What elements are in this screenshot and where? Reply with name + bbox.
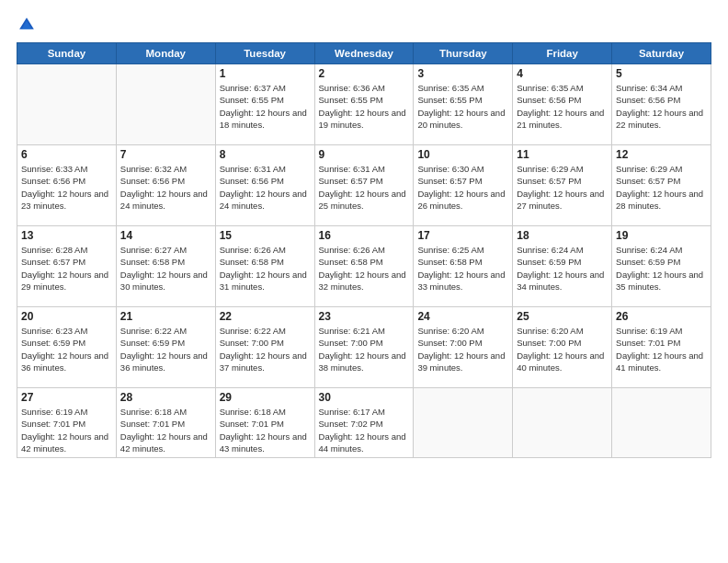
day-number: 15 — [220, 229, 311, 242]
day-cell-6: 6Sunrise: 6:33 AM Sunset: 6:56 PM Daylig… — [17, 145, 117, 226]
day-info: Sunrise: 6:20 AM Sunset: 7:00 PM Dayligh… — [517, 325, 608, 373]
day-cell-9: 9Sunrise: 6:31 AM Sunset: 6:57 PM Daylig… — [314, 145, 414, 226]
day-number: 24 — [417, 310, 508, 323]
day-number: 8 — [220, 148, 311, 161]
day-cell-14: 14Sunrise: 6:27 AM Sunset: 6:58 PM Dayli… — [116, 226, 215, 307]
weekday-header-tuesday: Tuesday — [215, 43, 314, 64]
day-number: 7 — [120, 148, 211, 161]
day-number: 19 — [616, 229, 707, 242]
day-cell-28: 28Sunrise: 6:18 AM Sunset: 7:01 PM Dayli… — [116, 388, 215, 458]
day-cell-16: 16Sunrise: 6:26 AM Sunset: 6:58 PM Dayli… — [314, 226, 414, 307]
day-number: 20 — [21, 310, 112, 323]
day-number: 22 — [220, 310, 311, 323]
day-cell-empty-4-6 — [612, 388, 711, 458]
day-info: Sunrise: 6:22 AM Sunset: 7:00 PM Dayligh… — [220, 325, 311, 373]
day-info: Sunrise: 6:31 AM Sunset: 6:56 PM Dayligh… — [220, 163, 311, 212]
day-info: Sunrise: 6:26 AM Sunset: 6:58 PM Dayligh… — [220, 244, 311, 293]
week-row-2: 6Sunrise: 6:33 AM Sunset: 6:56 PM Daylig… — [17, 145, 711, 226]
day-info: Sunrise: 6:28 AM Sunset: 6:57 PM Dayligh… — [21, 244, 112, 293]
day-info: Sunrise: 6:21 AM Sunset: 7:00 PM Dayligh… — [319, 325, 410, 373]
day-number: 26 — [616, 310, 707, 323]
weekday-header-friday: Friday — [513, 43, 612, 64]
weekday-header-saturday: Saturday — [612, 43, 711, 64]
day-number: 18 — [517, 229, 608, 242]
page: SundayMondayTuesdayWednesdayThursdayFrid… — [0, 0, 728, 563]
day-info: Sunrise: 6:18 AM Sunset: 7:01 PM Dayligh… — [220, 406, 311, 454]
day-cell-21: 21Sunrise: 6:22 AM Sunset: 6:59 PM Dayli… — [116, 307, 215, 388]
day-info: Sunrise: 6:24 AM Sunset: 6:59 PM Dayligh… — [616, 244, 707, 293]
day-cell-3: 3Sunrise: 6:35 AM Sunset: 6:55 PM Daylig… — [414, 64, 513, 145]
day-number: 4 — [517, 67, 608, 80]
day-cell-1: 1Sunrise: 6:37 AM Sunset: 6:55 PM Daylig… — [215, 64, 314, 145]
day-number: 27 — [21, 391, 112, 404]
day-cell-15: 15Sunrise: 6:26 AM Sunset: 6:58 PM Dayli… — [215, 226, 314, 307]
day-number: 9 — [319, 148, 410, 161]
day-cell-11: 11Sunrise: 6:29 AM Sunset: 6:57 PM Dayli… — [513, 145, 612, 226]
day-cell-4: 4Sunrise: 6:35 AM Sunset: 6:56 PM Daylig… — [513, 64, 612, 145]
logo-icon — [17, 15, 37, 35]
day-cell-23: 23Sunrise: 6:21 AM Sunset: 7:00 PM Dayli… — [314, 307, 414, 388]
day-number: 28 — [120, 391, 211, 404]
day-info: Sunrise: 6:29 AM Sunset: 6:57 PM Dayligh… — [616, 163, 707, 212]
calendar-table: SundayMondayTuesdayWednesdayThursdayFrid… — [17, 42, 711, 458]
day-info: Sunrise: 6:35 AM Sunset: 6:55 PM Dayligh… — [417, 82, 508, 131]
week-row-4: 20Sunrise: 6:23 AM Sunset: 6:59 PM Dayli… — [17, 307, 711, 388]
weekday-header-row: SundayMondayTuesdayWednesdayThursdayFrid… — [17, 43, 711, 64]
day-number: 29 — [220, 391, 311, 404]
day-number: 14 — [120, 229, 211, 242]
day-info: Sunrise: 6:33 AM Sunset: 6:56 PM Dayligh… — [21, 163, 112, 212]
day-number: 1 — [220, 67, 311, 80]
logo — [17, 15, 40, 35]
week-row-1: 1Sunrise: 6:37 AM Sunset: 6:55 PM Daylig… — [17, 64, 711, 145]
weekday-header-wednesday: Wednesday — [314, 43, 414, 64]
day-cell-13: 13Sunrise: 6:28 AM Sunset: 6:57 PM Dayli… — [17, 226, 117, 307]
day-info: Sunrise: 6:32 AM Sunset: 6:56 PM Dayligh… — [120, 163, 211, 212]
day-info: Sunrise: 6:19 AM Sunset: 7:01 PM Dayligh… — [616, 325, 707, 373]
day-number: 5 — [616, 67, 707, 80]
day-number: 21 — [120, 310, 211, 323]
day-number: 6 — [21, 148, 112, 161]
day-info: Sunrise: 6:31 AM Sunset: 6:57 PM Dayligh… — [319, 163, 410, 212]
weekday-header-thursday: Thursday — [414, 43, 513, 64]
day-info: Sunrise: 6:17 AM Sunset: 7:02 PM Dayligh… — [319, 406, 410, 454]
day-cell-2: 2Sunrise: 6:36 AM Sunset: 6:55 PM Daylig… — [314, 64, 414, 145]
day-info: Sunrise: 6:23 AM Sunset: 6:59 PM Dayligh… — [21, 325, 112, 373]
day-info: Sunrise: 6:35 AM Sunset: 6:56 PM Dayligh… — [517, 82, 608, 131]
day-cell-7: 7Sunrise: 6:32 AM Sunset: 6:56 PM Daylig… — [116, 145, 215, 226]
week-row-3: 13Sunrise: 6:28 AM Sunset: 6:57 PM Dayli… — [17, 226, 711, 307]
day-info: Sunrise: 6:29 AM Sunset: 6:57 PM Dayligh… — [517, 163, 608, 212]
day-info: Sunrise: 6:25 AM Sunset: 6:58 PM Dayligh… — [417, 244, 508, 293]
day-number: 30 — [319, 391, 410, 404]
day-number: 10 — [417, 148, 508, 161]
day-info: Sunrise: 6:20 AM Sunset: 7:00 PM Dayligh… — [417, 325, 508, 373]
day-number: 2 — [319, 67, 410, 80]
day-cell-10: 10Sunrise: 6:30 AM Sunset: 6:57 PM Dayli… — [414, 145, 513, 226]
day-number: 17 — [417, 229, 508, 242]
weekday-header-sunday: Sunday — [17, 43, 117, 64]
header — [17, 15, 711, 35]
day-info: Sunrise: 6:27 AM Sunset: 6:58 PM Dayligh… — [120, 244, 211, 293]
day-cell-12: 12Sunrise: 6:29 AM Sunset: 6:57 PM Dayli… — [612, 145, 711, 226]
day-info: Sunrise: 6:22 AM Sunset: 6:59 PM Dayligh… — [120, 325, 211, 373]
day-cell-5: 5Sunrise: 6:34 AM Sunset: 6:56 PM Daylig… — [612, 64, 711, 145]
day-info: Sunrise: 6:30 AM Sunset: 6:57 PM Dayligh… — [417, 163, 508, 212]
day-number: 16 — [319, 229, 410, 242]
day-info: Sunrise: 6:24 AM Sunset: 6:59 PM Dayligh… — [517, 244, 608, 293]
weekday-header-monday: Monday — [116, 43, 215, 64]
day-number: 25 — [517, 310, 608, 323]
day-info: Sunrise: 6:37 AM Sunset: 6:55 PM Dayligh… — [220, 82, 311, 131]
day-cell-22: 22Sunrise: 6:22 AM Sunset: 7:00 PM Dayli… — [215, 307, 314, 388]
day-cell-25: 25Sunrise: 6:20 AM Sunset: 7:00 PM Dayli… — [513, 307, 612, 388]
day-number: 13 — [21, 229, 112, 242]
day-cell-26: 26Sunrise: 6:19 AM Sunset: 7:01 PM Dayli… — [612, 307, 711, 388]
day-info: Sunrise: 6:36 AM Sunset: 6:55 PM Dayligh… — [319, 82, 410, 131]
day-info: Sunrise: 6:19 AM Sunset: 7:01 PM Dayligh… — [21, 406, 112, 454]
day-cell-20: 20Sunrise: 6:23 AM Sunset: 6:59 PM Dayli… — [17, 307, 117, 388]
day-cell-17: 17Sunrise: 6:25 AM Sunset: 6:58 PM Dayli… — [414, 226, 513, 307]
day-cell-empty-4-5 — [513, 388, 612, 458]
day-cell-30: 30Sunrise: 6:17 AM Sunset: 7:02 PM Dayli… — [314, 388, 414, 458]
day-number: 11 — [517, 148, 608, 161]
day-info: Sunrise: 6:34 AM Sunset: 6:56 PM Dayligh… — [616, 82, 707, 131]
week-row-5: 27Sunrise: 6:19 AM Sunset: 7:01 PM Dayli… — [17, 388, 711, 458]
day-info: Sunrise: 6:26 AM Sunset: 6:58 PM Dayligh… — [319, 244, 410, 293]
